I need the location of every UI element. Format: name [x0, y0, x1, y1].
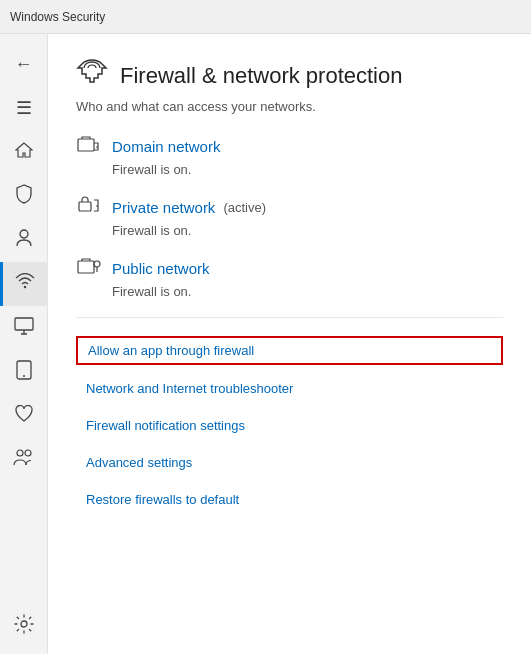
public-network-icon — [76, 256, 102, 281]
domain-network-section: Domain network Firewall is on. — [76, 134, 503, 177]
svg-rect-1 — [15, 318, 33, 330]
sidebar-item-appbrowser[interactable] — [0, 306, 48, 350]
gear-icon — [14, 614, 34, 639]
svg-rect-9 — [78, 261, 94, 273]
domain-network-status: Firewall is on. — [112, 162, 503, 177]
sidebar-item-virus[interactable] — [0, 174, 48, 218]
public-network-header: Public network — [76, 256, 503, 281]
restore-link[interactable]: Restore firewalls to default — [76, 486, 503, 513]
public-network-section: Public network Firewall is on. — [76, 256, 503, 299]
svg-point-5 — [25, 450, 31, 456]
advanced-link[interactable]: Advanced settings — [76, 449, 503, 476]
back-icon: ← — [15, 54, 33, 75]
svg-point-6 — [21, 621, 27, 627]
public-network-link[interactable]: Public network — [112, 260, 210, 277]
private-network-icon — [76, 195, 102, 220]
sidebar-item-home[interactable] — [0, 130, 48, 174]
page-title: Firewall & network protection — [120, 63, 402, 89]
svg-rect-7 — [78, 139, 94, 151]
domain-network-icon — [76, 134, 102, 159]
private-network-status: Firewall is on. — [112, 223, 503, 238]
allow-app-link[interactable]: Allow an app through firewall — [76, 336, 503, 365]
page-subtitle: Who and what can access your networks. — [76, 99, 503, 114]
app-body: ← ☰ — [0, 34, 531, 654]
family-icon — [13, 449, 35, 472]
links-section: Allow an app through firewall Network an… — [76, 336, 503, 513]
monitor-icon — [14, 317, 34, 340]
public-network-status: Firewall is on. — [112, 284, 503, 299]
sidebar-item-back[interactable]: ← — [0, 42, 48, 86]
private-network-section: Private network (active) Firewall is on. — [76, 195, 503, 238]
title-bar-text: Windows Security — [10, 10, 105, 24]
shield-icon — [15, 184, 33, 209]
domain-network-header: Domain network — [76, 134, 503, 159]
sidebar: ← ☰ — [0, 34, 48, 654]
heart-icon — [14, 405, 34, 428]
sidebar-item-menu[interactable]: ☰ — [0, 86, 48, 130]
hamburger-icon: ☰ — [16, 97, 32, 119]
sidebar-item-health[interactable] — [0, 394, 48, 438]
sidebar-item-account[interactable] — [0, 218, 48, 262]
wifi-icon — [15, 273, 35, 296]
svg-point-3 — [23, 375, 25, 377]
section-divider — [76, 317, 503, 318]
firewall-header-icon — [76, 58, 108, 93]
device-icon — [16, 360, 32, 385]
sidebar-item-family[interactable] — [0, 438, 48, 482]
svg-rect-8 — [79, 202, 91, 211]
svg-point-0 — [20, 230, 28, 238]
home-icon — [15, 141, 33, 164]
sidebar-item-settings[interactable] — [0, 604, 48, 648]
notification-link[interactable]: Firewall notification settings — [76, 412, 503, 439]
private-network-badge: (active) — [223, 200, 266, 215]
svg-point-10 — [94, 261, 100, 267]
main-content: Firewall & network protection Who and wh… — [48, 34, 531, 654]
title-bar: Windows Security — [0, 0, 531, 34]
troubleshooter-link[interactable]: Network and Internet troubleshooter — [76, 375, 503, 402]
sidebar-item-firewall[interactable] — [0, 262, 48, 306]
svg-point-4 — [17, 450, 23, 456]
private-network-link[interactable]: Private network — [112, 199, 215, 216]
domain-network-link[interactable]: Domain network — [112, 138, 220, 155]
page-header: Firewall & network protection — [76, 58, 503, 93]
person-icon — [15, 228, 33, 253]
sidebar-item-device[interactable] — [0, 350, 48, 394]
private-network-header: Private network (active) — [76, 195, 503, 220]
